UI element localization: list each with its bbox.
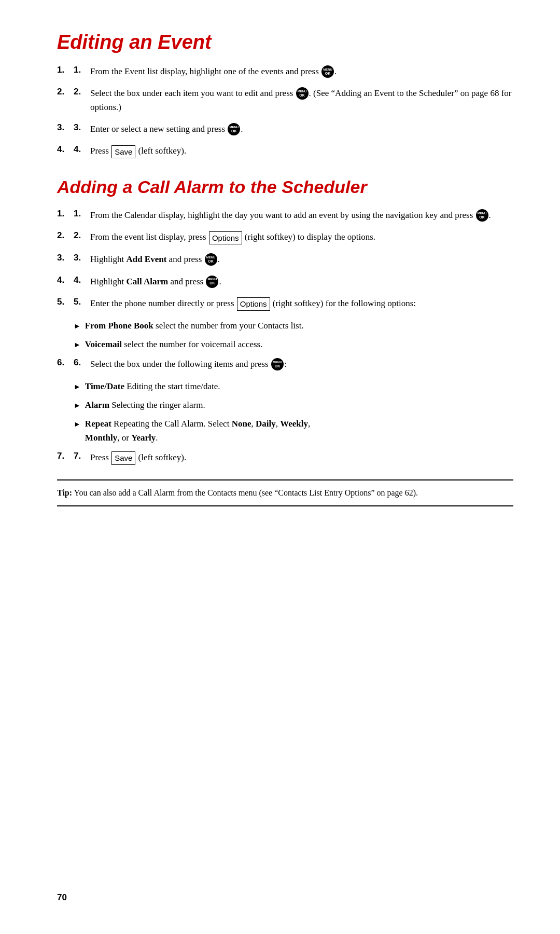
call-alarm-bold: Call Alarm	[126, 277, 168, 286]
step-content: Press Save (left softkey).	[90, 144, 513, 158]
step-number: 2.	[74, 87, 90, 97]
save-key: Save	[111, 145, 135, 158]
bullet-text: From Phone Book select the number from y…	[85, 319, 304, 333]
step-content: From the Event list display, highlight o…	[90, 65, 513, 78]
step-number: 3.	[74, 122, 90, 133]
section2-step-2: 2. From the event list display, press Op…	[57, 230, 513, 244]
step-number: 6.	[74, 358, 90, 368]
tip-label: Tip:	[57, 488, 72, 497]
section2-step7: 7. Press Save (left softkey).	[57, 451, 513, 465]
section1-step-4: 4. Press Save (left softkey).	[57, 144, 513, 158]
step-number: 2.	[74, 230, 90, 241]
section2-step-6: 6. Select the box under the following it…	[57, 358, 513, 371]
bullet-item-alarm: ► Alarm Selecting the ringer alarm.	[74, 399, 513, 412]
menu-ok-button: MENUOK	[296, 87, 309, 100]
bullet-arrow-icon: ►	[74, 339, 81, 351]
timedate-bold: Time/Date	[85, 381, 124, 391]
weekly-bold: Weekly	[280, 419, 308, 429]
step-number: 4.	[74, 144, 90, 155]
bullet-list-after5: ► From Phone Book select the number from…	[74, 319, 513, 352]
bullet-arrow-icon: ►	[74, 381, 81, 393]
step-content: Select the box under each item you want …	[90, 87, 513, 114]
section2-step-3: 3. Highlight Add Event and press MENUOK.	[57, 253, 513, 266]
menu-ok-button: MENUOK	[476, 209, 488, 222]
voicemail-bold: Voicemail	[85, 339, 122, 349]
daily-bold: Daily	[256, 419, 276, 429]
menu-ok-button: MENUOK	[206, 276, 218, 288]
step-content: From the event list display, press Optio…	[90, 230, 513, 244]
options-key: Options	[237, 297, 270, 310]
save-key: Save	[111, 451, 135, 464]
section2-step-4: 4. Highlight Call Alarm and press MENUOK…	[57, 275, 513, 289]
section2-step-7: 7. Press Save (left softkey).	[57, 451, 513, 465]
section1-title: Editing an Event	[57, 31, 513, 53]
step-number: 1.	[74, 65, 90, 75]
tip-box: Tip: You can also add a Call Alarm from …	[57, 479, 513, 507]
repeat-bold: Repeat	[85, 419, 111, 429]
step-number: 7.	[74, 451, 90, 461]
step-number: 3.	[74, 253, 90, 263]
yearly-bold: Yearly	[131, 433, 156, 443]
bullet-arrow-icon: ►	[74, 400, 81, 411]
page-number: 70	[57, 892, 67, 903]
step-content: Select the box under the following items…	[90, 358, 513, 371]
menu-ok-button: MENUOK	[271, 358, 284, 370]
none-bold: None	[232, 419, 251, 429]
bullet-arrow-icon: ►	[74, 419, 81, 430]
monthly-bold: Monthly	[85, 433, 117, 443]
bullet-item-voicemail: ► Voicemail select the number for voicem…	[74, 338, 513, 351]
step-content: Press Save (left softkey).	[90, 451, 513, 465]
section2-step-1: 1. From the Calendar display, highlight …	[57, 209, 513, 222]
step-content: Highlight Add Event and press MENUOK.	[90, 253, 513, 266]
section1-step-1: 1. From the Event list display, highligh…	[57, 65, 513, 78]
section2-steps-continued: 6. Select the box under the following it…	[57, 358, 513, 371]
tip-text: You can also add a Call Alarm from the C…	[72, 488, 418, 497]
bullet-text: Time/Date Editing the start time/date.	[85, 380, 220, 393]
step-number: 1.	[74, 209, 90, 219]
section1-step-2: 2. Select the box under each item you wa…	[57, 87, 513, 114]
bullet-text: Repeat Repeating the Call Alarm. Select …	[85, 417, 310, 445]
options-key: Options	[209, 231, 242, 244]
step-content: From the Calendar display, highlight the…	[90, 209, 513, 222]
bullet-list-after6: ► Time/Date Editing the start time/date.…	[74, 380, 513, 445]
section1-step-3: 3. Enter or select a new setting and pre…	[57, 122, 513, 136]
phonebook-bold: From Phone Book	[85, 321, 153, 331]
bullet-text: Alarm Selecting the ringer alarm.	[85, 399, 205, 412]
bullet-item-phonebook: ► From Phone Book select the number from…	[74, 319, 513, 333]
bullet-arrow-icon: ►	[74, 321, 81, 332]
menu-ok-button: MENUOK	[205, 253, 217, 266]
bullet-text: Voicemail select the number for voicemai…	[85, 338, 263, 351]
step-number: 4.	[74, 275, 90, 285]
step-content: Enter the phone number directly or press…	[90, 297, 513, 311]
menu-ok-button: MENUOK	[228, 123, 240, 135]
menu-ok-button: MENUOK	[321, 65, 334, 78]
step-number: 5.	[74, 297, 90, 307]
step-content: Enter or select a new setting and press …	[90, 122, 513, 136]
section1-steps: 1. From the Event list display, highligh…	[57, 65, 513, 158]
bullet-item-repeat: ► Repeat Repeating the Call Alarm. Selec…	[74, 417, 513, 445]
bullet-item-timedate: ► Time/Date Editing the start time/date.	[74, 380, 513, 393]
alarm-bold: Alarm	[85, 400, 109, 410]
section2-title: Adding a Call Alarm to the Scheduler	[57, 177, 513, 197]
add-event-bold: Add Event	[126, 254, 166, 264]
section2-step-5: 5. Enter the phone number directly or pr…	[57, 297, 513, 311]
step-content: Highlight Call Alarm and press MENUOK.	[90, 275, 513, 289]
section2-steps: 1. From the Calendar display, highlight …	[57, 209, 513, 310]
